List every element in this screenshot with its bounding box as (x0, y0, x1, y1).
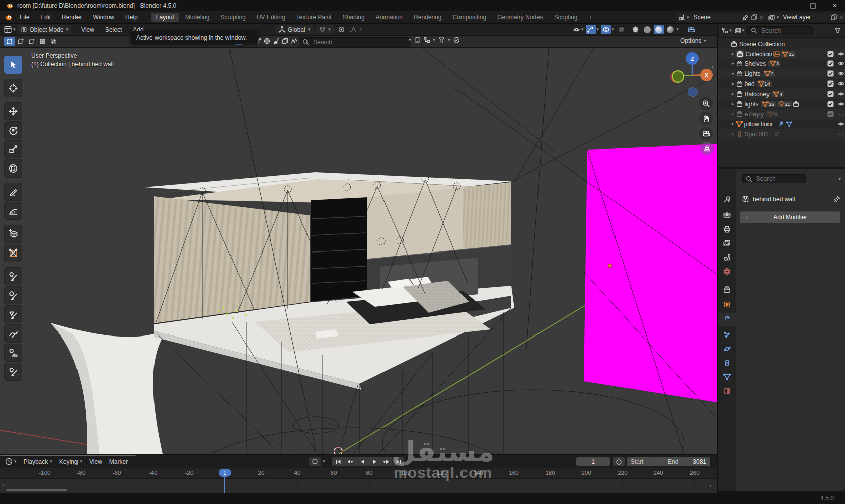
timeline-expand-arrow[interactable]: › (2, 482, 4, 488)
render-preview-camera-icon[interactable] (688, 26, 695, 33)
use-preview-range-button[interactable] (613, 457, 625, 466)
tab-object[interactable] (718, 298, 736, 311)
shading-wireframe-button[interactable] (631, 25, 641, 34)
minimize-button[interactable]: — (781, 0, 801, 11)
pan-hand-button[interactable] (699, 112, 713, 125)
hide-eye-icon[interactable] (837, 51, 845, 57)
outliner-filter-icon[interactable] (834, 27, 841, 34)
editor-type-button[interactable]: ▾ (4, 26, 16, 33)
tool-cursor[interactable] (4, 79, 22, 97)
maximize-button[interactable] (803, 0, 823, 11)
tab-constraints[interactable] (718, 356, 736, 369)
select-mode-set-button[interactable] (4, 37, 15, 46)
workspace-tab-rendering[interactable]: Rendering (409, 13, 446, 22)
transform-orientation-dropdown[interactable]: Global ▾ (276, 25, 313, 34)
panel-divider[interactable] (717, 24, 718, 493)
outliner-display-mode[interactable]: ▾ (722, 27, 732, 34)
menu-render[interactable]: Render (56, 14, 87, 21)
outliner-row-lights[interactable]: ▸ Lights 2 (718, 69, 845, 78)
options-dropdown[interactable]: Options▾ (680, 37, 706, 44)
timeline-collapse-arrow[interactable]: ‹ (710, 483, 712, 489)
curtain-wall[interactable] (154, 196, 310, 323)
current-frame-field[interactable]: 1 (576, 457, 610, 466)
tab-scene[interactable] (718, 250, 736, 264)
gizmo-y-axis[interactable] (672, 70, 684, 83)
proportional-falloff-button[interactable] (348, 25, 358, 34)
show-gizmo-button[interactable] (586, 25, 596, 34)
properties-search-input[interactable] (755, 175, 802, 183)
menu-edit[interactable]: Edit (35, 14, 56, 21)
tool-scale[interactable] (4, 140, 22, 158)
outliner-row-pillow-floor[interactable]: ▸ pillow floor (718, 119, 845, 129)
tab-collection[interactable] (718, 283, 736, 296)
workspace-tab-scripting[interactable]: Scripting (549, 13, 583, 22)
tab-modifiers[interactable] (718, 313, 736, 326)
outliner-search-field[interactable] (747, 26, 813, 35)
jump-to-end-button[interactable] (393, 457, 404, 466)
pin-id-icon[interactable] (834, 196, 840, 202)
viewlayer-selector[interactable]: ▾ ViewLayer ✕ (766, 13, 845, 22)
tool-sphere-paint[interactable] (4, 286, 22, 304)
next-keyframe-button[interactable] (380, 457, 393, 466)
outliner-props-divider[interactable] (718, 167, 845, 169)
zoom-button[interactable] (699, 97, 713, 110)
falloff-curve-icon[interactable] (291, 38, 297, 44)
add-modifier-button[interactable]: + Add Modifier (740, 211, 840, 223)
filter-icon[interactable] (438, 37, 445, 43)
workspace-tab-modeling[interactable]: Modeling (180, 13, 215, 22)
workspace-tab-animation[interactable]: Animation (371, 13, 408, 22)
expand-icon[interactable]: ▸ (732, 52, 734, 56)
workspace-tab-geometry-nodes[interactable]: Geometry Nodes (492, 13, 548, 22)
tab-particles[interactable] (718, 328, 736, 341)
timeline-view-menu[interactable]: View (89, 458, 102, 465)
previous-keyframe-button[interactable] (344, 457, 356, 466)
gizmo-minus-z-axis[interactable] (688, 87, 698, 97)
tab-world[interactable] (718, 265, 736, 278)
tool-light-brush[interactable] (4, 363, 22, 381)
outliner-row-balconey[interactable]: ▸ Balconey 4 (718, 89, 845, 99)
timeline-hscrollbar[interactable] (6, 489, 67, 491)
delete-viewlayer-icon[interactable]: ✕ (839, 15, 843, 20)
outliner-row-collection[interactable]: ▸ Collection 15 (718, 49, 845, 59)
tool-select-box[interactable] (4, 56, 22, 74)
snapping-dropdown[interactable]: ▾ (316, 25, 334, 34)
pin-icon[interactable] (742, 14, 749, 21)
hide-eye-closed-icon[interactable] (837, 111, 845, 117)
workspace-tab-compositing[interactable]: Compositing (447, 13, 491, 22)
tab-object-data[interactable] (718, 370, 736, 383)
workspace-tab-layout[interactable]: Layout (151, 13, 179, 22)
scene-selector[interactable]: ▾ Scene ✕ (676, 13, 766, 22)
panel-collapse-arrow[interactable]: ‹ (712, 63, 714, 70)
perspective-toggle-button[interactable] (700, 142, 714, 155)
properties-options-caret[interactable]: ▾ (838, 177, 841, 181)
outliner-row-lights-2[interactable]: ▸ lights 16 21 (718, 99, 845, 109)
play-reverse-button[interactable] (356, 457, 368, 466)
copy-buffer-icon[interactable] (282, 38, 288, 44)
navigation-gizmo[interactable]: Z X (669, 52, 716, 98)
select-mode-invert-button[interactable] (37, 37, 48, 46)
gizmo-z-axis[interactable]: Z (686, 52, 699, 65)
close-button[interactable]: ✕ (825, 0, 845, 11)
tool-light-poly[interactable] (4, 344, 22, 362)
select-mode-intersect-button[interactable] (48, 37, 59, 46)
timeline-divider[interactable] (0, 454, 717, 455)
playback-menu[interactable]: Playback▾ (24, 458, 52, 465)
menu-file[interactable]: File (14, 14, 35, 21)
tab-material[interactable] (718, 384, 736, 397)
point-light-object[interactable] (608, 264, 612, 268)
outliner-search-input[interactable] (760, 27, 809, 35)
outliner-row-e7tayty[interactable]: ▸ e7tayty 4 (718, 109, 845, 119)
tool-add-cube[interactable] (4, 225, 22, 243)
tab-view-layer[interactable] (718, 236, 736, 249)
blender-menu-icon[interactable] (4, 14, 12, 21)
gizmo-x-axis[interactable]: X (700, 69, 713, 81)
globe-icon[interactable] (264, 38, 270, 44)
menu-window[interactable]: Window (87, 14, 120, 21)
play-button[interactable] (368, 457, 380, 466)
timeline-tracks[interactable]: › ‹ (0, 479, 717, 493)
xray-toggle-button[interactable] (617, 25, 627, 34)
outliner-row-shelves[interactable]: ▸ Shelves 3 (718, 59, 845, 68)
current-frame-badge[interactable]: 1 (219, 469, 231, 477)
timeline-editor-type-button[interactable]: ▾ (5, 458, 17, 465)
viewport-3d-scene[interactable] (0, 48, 717, 455)
